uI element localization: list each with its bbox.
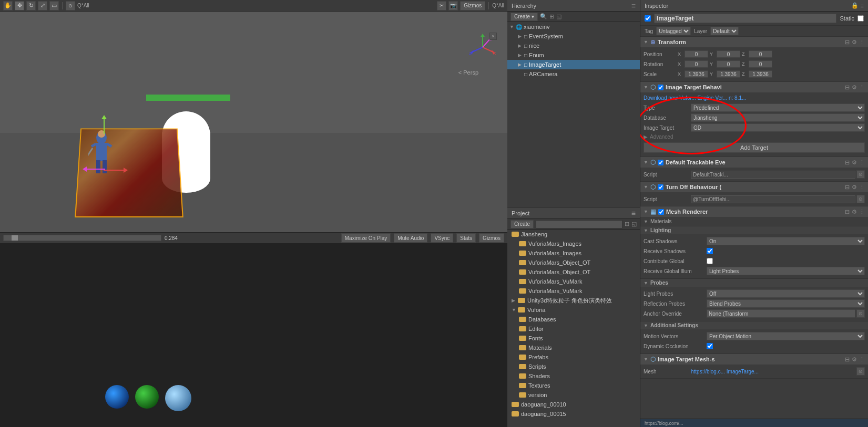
tree-item-nice[interactable]: ▶ □ nice [507,41,640,50]
transform-action1[interactable]: ⊟ [845,39,850,46]
rect-icon[interactable]: ▭ [49,1,59,11]
object-active-checkbox[interactable] [645,15,651,22]
layer-select[interactable]: Default [710,27,739,35]
tag-select[interactable]: Untagged [656,27,691,35]
mesh-value[interactable]: https://blog.c... ImageTarge... [691,369,855,374]
gizmos-btn[interactable]: Gizmos [460,1,485,11]
scissors-icon[interactable]: ✂ [437,1,446,11]
contribute-global-checkbox[interactable] [707,258,713,264]
project-item-editor[interactable]: Editor [507,324,640,334]
project-search-input[interactable] [536,220,622,228]
mesh-renderer-header[interactable]: ▼ ▦ Mesh Renderer ⊟ ⚙ ⋮ [640,206,868,217]
mesh-target-icon[interactable]: ⊙ [856,367,865,376]
tree-item-enum[interactable]: ▶ □ Enum [507,50,640,60]
turnoff-target-icon[interactable]: ⊙ [856,195,865,203]
project-create-btn[interactable]: Create [510,220,534,228]
light-probes-select[interactable]: Off [707,289,865,298]
tree-item-arcamera[interactable]: □ ARCamera [507,69,640,79]
project-item-materials[interactable]: Materials [507,343,640,352]
rotation-x[interactable] [685,60,708,68]
turnoff-header[interactable]: ▼ ⬡ Turn Off Behaviour ( ⊟ ⚙ ⋮ [640,182,868,192]
project-item-vuforiamarsobj2[interactable]: VuforiaMars_Object_OT [507,267,640,277]
project-sort-icon[interactable]: ⊞ [625,221,629,227]
default-trackable-header[interactable]: ▼ ⬡ Default Trackable Eve ⊟ ⚙ ⋮ [640,157,868,168]
mesh-renderer-action2[interactable]: ⚙ [852,209,857,215]
project-item-prefabs[interactable]: Prefabs [507,352,640,362]
rotation-z[interactable] [749,60,772,68]
tree-item-imagetarget[interactable]: ▶ □ ImageTarget [507,60,640,69]
camera-icon[interactable]: 📷 [448,1,458,11]
receive-shadows-checkbox[interactable] [707,248,713,254]
project-item-vuforiamars2[interactable]: VuforiaMars_Images [507,248,640,258]
database-select[interactable]: Jiansheng [691,113,865,122]
scale-icon[interactable]: ⤢ [38,1,47,11]
turnoff-action1[interactable]: ⊟ [845,184,850,191]
project-collapse-icon[interactable]: ◱ [631,221,637,227]
static-checkbox[interactable] [857,15,864,22]
project-item-jiansheng[interactable]: Jiansheng [507,230,640,239]
probes-subheader[interactable]: ▼ Probes [640,278,868,287]
vsync-btn[interactable]: VSync [431,233,453,243]
image-target-action2[interactable]: ⚙ [852,84,857,91]
position-z[interactable] [749,50,772,58]
project-menu-icon[interactable]: ≡ [631,209,636,217]
project-item-vuforiavumark2[interactable]: VuforiaMars_VuMark [507,286,640,296]
cast-shadows-select[interactable]: On [707,237,865,245]
timeline-bar[interactable] [3,235,161,241]
project-item-daoguang2[interactable]: daoguang_00015 [507,409,640,419]
center-icon[interactable]: ⊙ [66,1,75,11]
project-item-vuforiamarsobj1[interactable]: VuforiaMars_Object_OT [507,258,640,267]
rotate-icon[interactable]: ↻ [26,1,36,11]
lighting-subheader[interactable]: ▼ Lighting [640,226,868,234]
scale-y[interactable] [717,70,740,78]
project-item-scripts[interactable]: Scripts [507,362,640,371]
inspector-lock-icon[interactable]: 🔒 [851,2,859,9]
transform-header[interactable]: ▼ ⊕ Transform ⊟ ⚙ ⋮ [640,37,868,47]
transform-action2[interactable]: ⚙ [852,39,857,46]
project-item-vuforiamars1[interactable]: VuforiaMars_Images [507,239,640,248]
image-target-action3[interactable]: ⋮ [859,84,865,91]
object-name-input[interactable] [654,14,836,23]
image-target-mesh-action2[interactable]: ⚙ [852,356,857,363]
turnoff-action2[interactable]: ⚙ [852,184,857,191]
image-target-action1[interactable]: ⊟ [845,84,850,91]
image-target-select[interactable]: GD [691,123,865,132]
anchor-override-target-icon[interactable]: ⊙ [856,309,865,318]
hierarchy-create-btn[interactable]: Create ▾ [510,13,538,21]
scale-z[interactable] [749,70,772,78]
maximize-on-play-btn[interactable]: Maximize On Play [341,233,391,243]
project-item-version[interactable]: version [507,390,640,400]
mesh-renderer-action3[interactable]: ⋮ [859,209,865,215]
script-value-trackable[interactable]: DefaultTracki... [691,171,855,179]
project-item-daoguang1[interactable]: daoguang_00010 [507,400,640,409]
reflection-probes-select[interactable]: Blend Probes [707,299,865,308]
project-item-unity3d[interactable]: ▶ Unity3d特效粒子 角色扮演类特效 [507,296,640,305]
default-trackable-checkbox[interactable] [658,160,663,165]
mesh-renderer-action1[interactable]: ⊟ [845,209,850,215]
script-target-icon[interactable]: ⊙ [856,170,865,179]
image-target-mesh-action1[interactable]: ⊟ [845,356,850,363]
additional-settings-subheader[interactable]: ▼ Additional Settings [640,321,868,329]
image-target-checkbox[interactable] [658,85,663,90]
scene-viewport[interactable]: Y X Z × [0,12,507,232]
motion-vectors-select[interactable]: Per Object Motion [707,332,865,340]
position-y[interactable] [717,50,740,58]
position-x[interactable] [685,50,708,58]
dynamic-occlusion-checkbox[interactable] [707,343,713,349]
image-target-mesh-action3[interactable]: ⋮ [859,356,865,363]
project-item-vuforia[interactable]: ▼ Vuforia [507,305,640,315]
scale-x[interactable] [685,70,708,78]
advanced-row[interactable]: ▶ Advanced [644,133,865,141]
default-trackable-action3[interactable]: ⋮ [859,159,865,166]
image-target-header[interactable]: ▼ ⬡ Image Target Behavi ⊟ ⚙ ⋮ [640,82,868,92]
default-trackable-action1[interactable]: ⊟ [845,159,850,166]
gizmos-game-btn[interactable]: Gizmos [479,233,504,243]
hierarchy-collapse-icon[interactable]: ◱ [556,13,561,20]
script-value-turnoff[interactable]: @TurnOffBehi... [691,195,855,203]
hierarchy-menu2-icon[interactable]: ⊞ [549,13,554,20]
add-target-btn[interactable]: Add Target [644,142,865,153]
mesh-renderer-checkbox[interactable] [658,209,664,215]
image-target-mesh-header[interactable]: ▼ ⬡ Image Target Mesh-s ⊟ ⚙ ⋮ [640,354,868,364]
mute-audio-btn[interactable]: Mute Audio [394,233,427,243]
transform-action3[interactable]: ⋮ [859,39,865,46]
